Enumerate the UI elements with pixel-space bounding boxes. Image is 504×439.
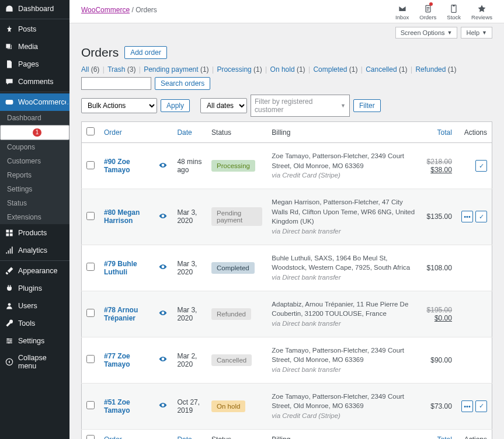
payment-method: via Direct bank transfer xyxy=(272,320,340,327)
col-order[interactable]: Order xyxy=(99,429,154,439)
caret-down-icon: ▼ xyxy=(482,30,487,36)
status-link-refunded[interactable]: Refunded xyxy=(415,65,446,74)
sidebar-item-label: Plugins xyxy=(18,284,42,292)
sidebar-sub-label: Orders xyxy=(8,128,29,137)
col-order[interactable]: Order xyxy=(99,122,154,143)
select-all-checkbox-footer[interactable] xyxy=(86,435,95,439)
status-badge: Completed xyxy=(211,262,255,274)
status-link-all[interactable]: All xyxy=(81,65,89,74)
top-icon-stock[interactable]: Stock xyxy=(447,4,461,20)
table-row[interactable]: #77 Zoe TamayoMar 2, 2020CancelledZoe Ta… xyxy=(82,337,492,383)
search-input[interactable] xyxy=(81,77,151,90)
table-row[interactable]: #80 Megan HarrisonMar 3, 2020Pending pay… xyxy=(82,189,492,245)
complete-order-button[interactable]: ✓ xyxy=(475,160,487,172)
table-row[interactable]: #51 Zoe TamayoOct 27, 2019On holdZoe Tam… xyxy=(82,383,492,429)
sidebar-item-appearance[interactable]: Appearance xyxy=(0,262,69,280)
filter-button[interactable]: Filter xyxy=(353,99,381,112)
row-checkbox[interactable] xyxy=(86,355,95,363)
eye-icon[interactable] xyxy=(158,211,168,221)
comment-icon xyxy=(5,77,14,86)
screen-options-button[interactable]: Screen Options▼ xyxy=(395,27,458,39)
page-icon xyxy=(5,60,14,69)
row-checkbox[interactable] xyxy=(86,309,95,317)
sidebar-item-plugins[interactable]: Plugins xyxy=(0,280,69,297)
sidebar-item-analytics[interactable]: Analytics xyxy=(0,242,69,259)
sidebar-item-woocommerce[interactable]: WooCommerce xyxy=(0,93,69,111)
eye-icon[interactable] xyxy=(158,161,168,170)
status-link-trash[interactable]: Trash xyxy=(107,65,125,74)
sidebar-item-media[interactable]: Media xyxy=(0,38,69,55)
status-link-on-hold[interactable]: On hold xyxy=(270,65,295,74)
order-link[interactable]: #90 Zoe Tamayo xyxy=(104,158,130,174)
eye-icon[interactable] xyxy=(158,400,168,410)
sidebar-item-label: Collapse menu xyxy=(18,354,65,370)
select-all-checkbox[interactable] xyxy=(86,127,95,135)
top-icon-orders[interactable]: Orders xyxy=(419,4,436,20)
sidebar-item-tools[interactable]: Tools xyxy=(0,315,69,332)
col-billing: Billing xyxy=(267,122,422,143)
brush-icon xyxy=(5,266,14,276)
row-checkbox[interactable] xyxy=(86,263,95,271)
table-row[interactable]: #90 Zoe Tamayo48 mins agoProcessingZoe T… xyxy=(82,143,492,189)
sidebar-item-users[interactable]: Users xyxy=(0,297,69,315)
sidebar-item-collapse-menu[interactable]: Collapse menu xyxy=(0,350,69,374)
table-row[interactable]: #78 Arnou TrépanierMar 3, 2020RefundedAd… xyxy=(82,291,492,337)
sidebar-sub-coupons[interactable]: Coupons xyxy=(0,140,69,154)
eye-icon[interactable] xyxy=(158,308,168,318)
col-date[interactable]: Date xyxy=(172,122,207,143)
top-icon-inbox[interactable]: Inbox xyxy=(395,4,409,20)
bulk-actions-select[interactable]: Bulk Actions xyxy=(81,98,157,113)
sidebar-item-products[interactable]: Products xyxy=(0,224,69,242)
eye-icon[interactable] xyxy=(158,262,168,271)
sidebar-item-pages[interactable]: Pages xyxy=(0,55,69,73)
col-total[interactable]: Total xyxy=(422,122,457,143)
order-link[interactable]: #51 Zoe Tamayo xyxy=(104,398,130,414)
status-count: (6) xyxy=(89,65,99,74)
sidebar-sub-dashboard[interactable]: Dashboard xyxy=(0,111,69,125)
status-link-pending-payment[interactable]: Pending payment xyxy=(144,65,198,74)
more-actions-button[interactable]: ••• xyxy=(461,211,473,222)
search-orders-button[interactable]: Search orders xyxy=(155,77,210,90)
add-order-button[interactable]: Add order xyxy=(124,46,167,59)
status-filter-links: All (6) | Trash (3) | Pending payment (1… xyxy=(81,65,456,74)
sidebar-item-settings[interactable]: Settings xyxy=(0,332,69,350)
sidebar-sub-extensions[interactable]: Extensions xyxy=(0,210,69,224)
complete-order-button[interactable]: ✓ xyxy=(475,211,487,222)
col-date[interactable]: Date xyxy=(172,429,207,439)
col-total[interactable]: Total xyxy=(422,429,457,439)
top-icon-reviews[interactable]: Reviews xyxy=(471,4,492,20)
order-link[interactable]: #79 Buhle Luthuli xyxy=(104,260,137,276)
breadcrumb-woo[interactable]: WooCommerce xyxy=(81,6,130,14)
help-button[interactable]: Help▼ xyxy=(461,27,492,39)
status-link-completed[interactable]: Completed xyxy=(313,65,347,74)
date-filter-select[interactable]: All dates xyxy=(200,98,247,113)
sidebar-sub-customers[interactable]: Customers xyxy=(0,154,69,168)
order-link[interactable]: #77 Zoe Tamayo xyxy=(104,352,130,368)
table-row[interactable]: #79 Buhle LuthuliMar 3, 2020CompletedBuh… xyxy=(82,245,492,291)
sidebar-item-comments[interactable]: Comments xyxy=(0,73,69,90)
main-area: WooCommerce / Orders InboxOrdersStockRev… xyxy=(69,0,504,439)
sidebar-sub-label: Settings xyxy=(7,185,32,193)
status-link-processing[interactable]: Processing xyxy=(217,65,251,74)
complete-order-button[interactable]: ✓ xyxy=(475,400,487,412)
bulk-apply-button[interactable]: Apply xyxy=(161,99,190,112)
sidebar-sub-orders[interactable]: Orders1 xyxy=(0,125,69,140)
row-checkbox[interactable] xyxy=(86,401,95,409)
order-link[interactable]: #80 Megan Harrison xyxy=(104,208,140,225)
customer-filter-select[interactable]: Filter by registered customer▼ xyxy=(251,95,350,117)
row-checkbox[interactable] xyxy=(86,212,95,220)
sidebar-sub-label: Dashboard xyxy=(7,114,41,122)
settings-icon xyxy=(5,336,14,346)
sidebar-sub-settings[interactable]: Settings xyxy=(0,182,69,196)
status-link-cancelled[interactable]: Cancelled xyxy=(366,65,397,74)
sidebar-item-posts[interactable]: Posts xyxy=(0,20,69,38)
order-link[interactable]: #78 Arnou Trépanier xyxy=(104,306,138,322)
eye-icon[interactable] xyxy=(158,354,168,364)
more-actions-button[interactable]: ••• xyxy=(461,400,473,412)
row-checkbox[interactable] xyxy=(86,161,95,169)
caret-down-icon: ▼ xyxy=(447,30,453,36)
sidebar-sub-status[interactable]: Status xyxy=(0,196,69,210)
col-actions: Actions xyxy=(457,122,492,143)
sidebar-item-dashboard[interactable]: Dashboard xyxy=(0,0,69,18)
sidebar-sub-reports[interactable]: Reports xyxy=(0,168,69,182)
